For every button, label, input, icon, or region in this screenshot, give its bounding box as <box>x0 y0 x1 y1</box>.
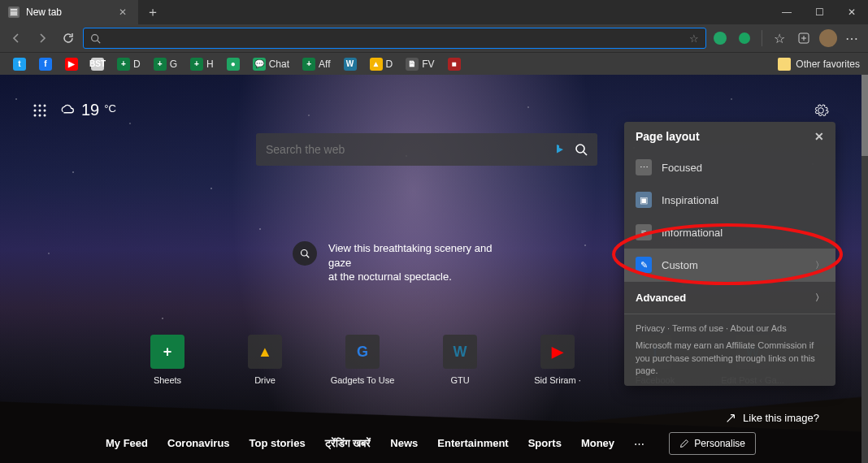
bookmark-item[interactable]: ▶ <box>60 56 83 72</box>
web-search-input[interactable] <box>266 143 553 156</box>
layout-option-icon: ▣ <box>636 192 652 208</box>
svg-point-16 <box>44 114 46 116</box>
address-input[interactable] <box>107 32 683 45</box>
panel-close-button[interactable]: ✕ <box>814 130 824 143</box>
pencil-icon <box>679 439 689 448</box>
quick-link-tile[interactable]: +Sheets <box>138 335 197 385</box>
new-tab-button[interactable]: ＋ <box>138 4 167 21</box>
feed-nav-item[interactable]: Top stories <box>250 437 306 450</box>
extension-icon[interactable] <box>734 28 755 49</box>
caption-magnify-icon[interactable] <box>293 241 317 266</box>
bookmark-item[interactable]: f <box>34 56 57 72</box>
tab-close-button[interactable]: ✕ <box>115 5 130 19</box>
bookmark-item[interactable]: +H <box>185 56 219 72</box>
bookmark-item[interactable]: ● <box>222 56 245 72</box>
bookmark-item[interactable]: ■ <box>443 56 466 72</box>
layout-option-icon: ✎ <box>636 257 652 273</box>
svg-point-3 <box>92 34 98 41</box>
caption-text: View this breathtaking scenery and gaze … <box>328 241 507 284</box>
search-icon <box>90 33 101 44</box>
layout-option-label: Inspirational <box>662 194 718 206</box>
panel-footer-links[interactable]: Privacy · Terms of use · About our Ads <box>636 322 824 335</box>
layout-option-informational[interactable]: ≡Informational <box>624 216 835 249</box>
favorite-star-icon[interactable]: ☆ <box>689 32 699 45</box>
quick-link-tile[interactable]: ▶Sid Sriram · <box>528 335 587 385</box>
bookmark-icon: ▲ <box>370 58 383 71</box>
more-menu-button[interactable]: ⋯ <box>842 28 863 49</box>
refresh-button[interactable] <box>57 27 80 50</box>
bookmark-label: Aff <box>319 58 330 70</box>
quick-link-tile[interactable]: GGadgets To Use <box>333 335 392 385</box>
feed-nav-item[interactable]: ट्रेंडिंग खबरें <box>325 437 371 450</box>
bookmark-item[interactable]: +Aff <box>297 56 335 72</box>
layout-option-inspirational[interactable]: ▣Inspirational <box>624 184 835 216</box>
bookmark-icon: + <box>190 58 203 71</box>
layout-option-label: Custom <box>662 259 698 271</box>
profile-avatar[interactable] <box>818 28 839 49</box>
feed-nav-item[interactable]: Sports <box>528 437 562 450</box>
bookmark-item[interactable]: 🗎FV <box>401 56 439 72</box>
chevron-right-icon: 〉 <box>815 292 824 304</box>
feed-nav-item[interactable]: Coronavirus <box>167 437 230 450</box>
scrollbar-thumb[interactable] <box>861 75 868 156</box>
back-button[interactable] <box>5 27 28 50</box>
feed-more-button[interactable]: ⋯ <box>634 438 646 450</box>
like-image-link[interactable]: Like this image? <box>725 412 819 424</box>
bookmark-item[interactable]: 💬Chat <box>248 56 294 72</box>
layout-option-label: Informational <box>662 227 723 239</box>
svg-point-15 <box>39 114 41 116</box>
other-favorites-button[interactable]: Other favorites <box>778 58 860 71</box>
tile-icon: + <box>150 335 184 369</box>
quick-link-tile[interactable]: WGTU <box>431 335 489 385</box>
bookmark-icon: t <box>13 58 26 71</box>
bookmark-icon: 🗎 <box>406 58 419 71</box>
bookmark-item[interactable]: +D <box>112 56 145 72</box>
vertical-scrollbar[interactable] <box>861 75 868 463</box>
feed-nav-item[interactable]: My Feed <box>106 437 148 450</box>
bookmark-label: D <box>386 58 393 70</box>
favorites-icon[interactable]: ☆ <box>769 28 790 49</box>
svg-point-14 <box>34 114 37 116</box>
bookmark-item[interactable]: ▲D <box>365 56 398 72</box>
address-bar[interactable]: ☆ <box>83 28 706 49</box>
minimize-button[interactable]: — <box>770 0 803 24</box>
page-layout-panel: Page layout ✕ ⋯Focused▣Inspirational≡Inf… <box>624 122 835 386</box>
svg-rect-2 <box>11 11 17 15</box>
feed-nav-item[interactable]: Money <box>581 437 614 450</box>
bookmark-item[interactable]: BST <box>86 56 109 72</box>
extension-grammarly-icon[interactable] <box>710 28 731 49</box>
panel-advanced-row[interactable]: Advanced 〉 <box>624 281 835 314</box>
layout-option-icon: ⋯ <box>636 159 652 175</box>
bookmark-item[interactable]: W <box>339 56 362 72</box>
feed-nav-item[interactable]: News <box>390 437 418 450</box>
bookmark-item[interactable]: t <box>8 56 31 72</box>
collections-icon[interactable] <box>793 28 814 49</box>
tab-title: New tab <box>26 6 109 18</box>
close-window-button[interactable]: ✕ <box>835 0 868 24</box>
bookmark-label: G <box>170 58 177 70</box>
panel-advanced-label: Advanced <box>636 292 686 304</box>
tile-icon: ▶ <box>540 335 575 369</box>
personalise-button[interactable]: Personalise <box>669 432 756 455</box>
panel-header: Page layout ✕ <box>624 122 835 151</box>
bookmark-icon: BST <box>91 58 104 71</box>
weather-widget[interactable]: 19 °C <box>59 101 116 119</box>
layout-option-label: Focused <box>662 162 702 174</box>
bookmark-item[interactable]: +G <box>149 56 182 72</box>
forward-button[interactable] <box>31 27 54 50</box>
quick-link-tile[interactable]: ▲Drive <box>236 335 294 385</box>
svg-rect-1 <box>11 9 17 11</box>
layout-option-focused[interactable]: ⋯Focused <box>624 151 835 184</box>
search-button-icon[interactable] <box>575 143 588 156</box>
web-search-box[interactable] <box>256 133 597 166</box>
layout-option-icon: ≡ <box>636 224 652 240</box>
bookmark-icon: + <box>302 58 315 71</box>
gear-icon[interactable] <box>813 102 829 119</box>
svg-point-9 <box>39 104 41 106</box>
browser-tab[interactable]: New tab ✕ <box>0 0 138 24</box>
maximize-button[interactable]: ☐ <box>803 0 835 24</box>
svg-line-18 <box>584 152 587 155</box>
feed-nav-item[interactable]: Entertainment <box>437 437 508 450</box>
layout-option-custom[interactable]: ✎Custom〉 <box>624 249 835 281</box>
app-launcher-icon[interactable] <box>33 103 47 118</box>
